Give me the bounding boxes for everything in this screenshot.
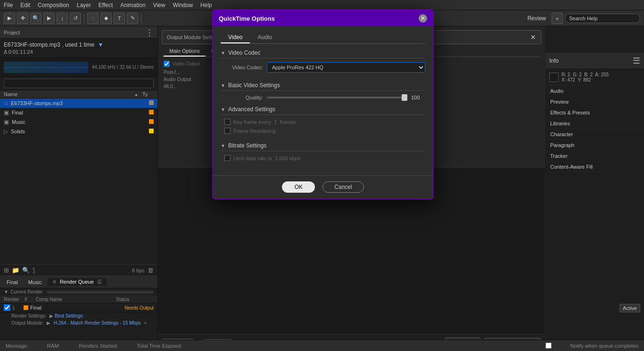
menu-composition[interactable]: Composition: [38, 2, 69, 8]
advanced-label: Advanced Settings: [228, 106, 275, 113]
current-render-label: Current Render: [10, 289, 43, 294]
menu-layer[interactable]: Layer: [77, 2, 91, 8]
section-paragraph[interactable]: Paragraph: [545, 140, 644, 151]
project-search-input[interactable]: [4, 79, 154, 88]
quality-label: Quality:: [221, 95, 263, 100]
close-x-icon[interactable]: ✕: [52, 279, 57, 285]
col-comp: Comp Name: [36, 297, 114, 302]
search-help-input[interactable]: [565, 14, 640, 23]
queue-menu-icon[interactable]: ☰: [97, 279, 102, 285]
file-row-1[interactable]: ▣ Final: [0, 108, 157, 117]
toolbar-btn-2[interactable]: ✥: [17, 13, 28, 24]
menu-view[interactable]: View: [153, 2, 165, 8]
basic-video-section: ▼ Basic Video Settings Quality: 100: [221, 82, 425, 106]
toolbar-btn-3[interactable]: 🔍: [30, 13, 41, 24]
section-effects-presets[interactable]: Effects & Presets: [545, 107, 644, 118]
advanced-header[interactable]: ▼ Advanced Settings: [221, 106, 425, 115]
menu-help[interactable]: Help: [200, 2, 212, 8]
basic-video-header[interactable]: ▼ Basic Video Settings: [221, 82, 425, 91]
left-panel: Project ⋮ E6733HF-stomps.mp3 , used 1 ti…: [0, 26, 158, 276]
quality-slider[interactable]: [267, 97, 407, 98]
project-header: Project ⋮: [0, 26, 157, 39]
menu-edit[interactable]: Edit: [20, 2, 30, 8]
section-libraries[interactable]: Libraries: [545, 118, 644, 129]
section-preview[interactable]: Preview: [545, 97, 644, 107]
basic-arrow-icon: ▼: [221, 83, 225, 88]
sort-icon[interactable]: ▲: [134, 92, 139, 97]
info-menu-icon[interactable]: ☰: [633, 56, 640, 66]
limit-checkbox[interactable]: [224, 155, 231, 161]
output-close-icon[interactable]: ✕: [530, 33, 536, 41]
bitrate-header[interactable]: ▼ Bitrate Settings: [221, 142, 425, 151]
section-character[interactable]: Character: [545, 129, 644, 140]
notify-checkbox[interactable]: [545, 343, 552, 349]
renders-started-label: Renders Started:: [79, 343, 118, 349]
menu-animation[interactable]: Animation: [120, 2, 145, 8]
codec-select[interactable]: Apple ProRes 422 HQ Apple ProRes 422 App…: [267, 62, 425, 73]
tab-render-queue[interactable]: ✕ Render Queue ☰: [48, 278, 107, 286]
toolbar-btn-8[interactable]: ◆: [100, 13, 112, 24]
col-name: Name: [4, 91, 132, 97]
toolbar-btn-7[interactable]: ◾: [87, 13, 99, 24]
video-codec-header[interactable]: ▼ Video Codec: [221, 49, 425, 58]
toolbar-btn-4[interactable]: ▶: [43, 13, 55, 24]
keyframe-row: Key frame every 1 frames: [221, 119, 425, 125]
basic-video-label: Basic Video Settings: [228, 82, 280, 89]
render-row-0[interactable]: 1 Final Needs Output: [0, 303, 157, 312]
section-content-aware-fill[interactable]: Content-Aware Fill: [545, 162, 644, 172]
cancel-button[interactable]: Cancel: [322, 181, 363, 193]
section-tracker[interactable]: Tracker: [545, 151, 644, 162]
ok-button[interactable]: OK: [282, 181, 315, 193]
file-row-2[interactable]: ▣ Music: [0, 117, 157, 127]
add-output-icon[interactable]: +: [144, 320, 147, 326]
expand-review[interactable]: «: [552, 13, 563, 24]
reorder-checkbox[interactable]: [224, 128, 231, 134]
comp-color-0: [24, 305, 28, 310]
modal-titlebar: QuickTime Options ✕: [213, 10, 433, 26]
toolbar-btn-5[interactable]: ↕: [57, 13, 68, 24]
col-hash: #: [25, 297, 34, 302]
section-audio[interactable]: Audio: [545, 86, 644, 97]
render-checkbox-0[interactable]: [4, 304, 10, 311]
project-menu-icon[interactable]: ⋮: [145, 27, 154, 38]
folder-icon[interactable]: 📁: [12, 267, 19, 274]
file-color-1: [149, 110, 154, 115]
toolbar-btn-10[interactable]: ✎: [127, 13, 138, 24]
render-settings-label: Render Settings:: [11, 313, 47, 318]
bit-depth: 8 bpc: [132, 268, 145, 273]
tab-final[interactable]: Final: [2, 278, 23, 286]
tab-audio[interactable]: Audio: [250, 32, 280, 43]
delete-icon[interactable]: 🗑: [148, 267, 154, 274]
menu-file[interactable]: File: [4, 2, 13, 8]
render-num-0: 1: [12, 305, 22, 310]
arrow-down-icon[interactable]: ▼: [4, 289, 8, 294]
color-a: 255: [601, 72, 609, 77]
keyframe-checkbox[interactable]: [224, 119, 231, 125]
expand-icon[interactable]: ▶: [50, 313, 53, 318]
file-row-0[interactable]: ♫ E6733HF-stomps.mp3: [0, 98, 157, 108]
info-sections: Audio Preview Effects & Presets Librarie…: [545, 86, 644, 340]
file-row-3[interactable]: ▷ Solids: [0, 127, 157, 136]
output-vid-checkbox[interactable]: [164, 61, 170, 67]
tab-music[interactable]: Music: [24, 278, 47, 286]
keyframe-unit: frames: [280, 119, 296, 125]
toolbar-btn-1[interactable]: ▶: [4, 13, 15, 24]
toolbar-btn-9[interactable]: T: [114, 13, 125, 24]
keyframe-prefix: Key frame every: [233, 119, 271, 125]
quality-thumb[interactable]: [402, 94, 407, 101]
render-settings-link[interactable]: Best Settings:: [55, 313, 84, 318]
menu-window[interactable]: Window: [173, 2, 193, 8]
menu-effect[interactable]: Effect: [99, 2, 113, 8]
toolbar-btn-6[interactable]: ↺: [70, 13, 81, 24]
search-footage-icon[interactable]: 🔍: [22, 267, 30, 274]
tab-video[interactable]: Video: [221, 32, 250, 43]
output-tab-main[interactable]: Main Options: [164, 46, 206, 57]
output-expand-icon[interactable]: ▶: [47, 320, 50, 326]
file-info: E6733HF-stomps.mp3 , used 1 time ▼ Δ 0:0…: [0, 39, 157, 58]
new-comp-from-footage-icon[interactable]: ⊞: [4, 267, 9, 274]
output-module-link[interactable]: H.264 - Match Render Settings - 15 Mbps: [54, 320, 141, 326]
filename-dropdown[interactable]: ▼: [98, 41, 103, 48]
modal-close-button[interactable]: ✕: [419, 14, 427, 23]
quicktime-dialog: QuickTime Options ✕ Video Audio ▼ Video …: [212, 9, 434, 199]
flowchart-icon[interactable]: ⟆: [33, 267, 35, 274]
